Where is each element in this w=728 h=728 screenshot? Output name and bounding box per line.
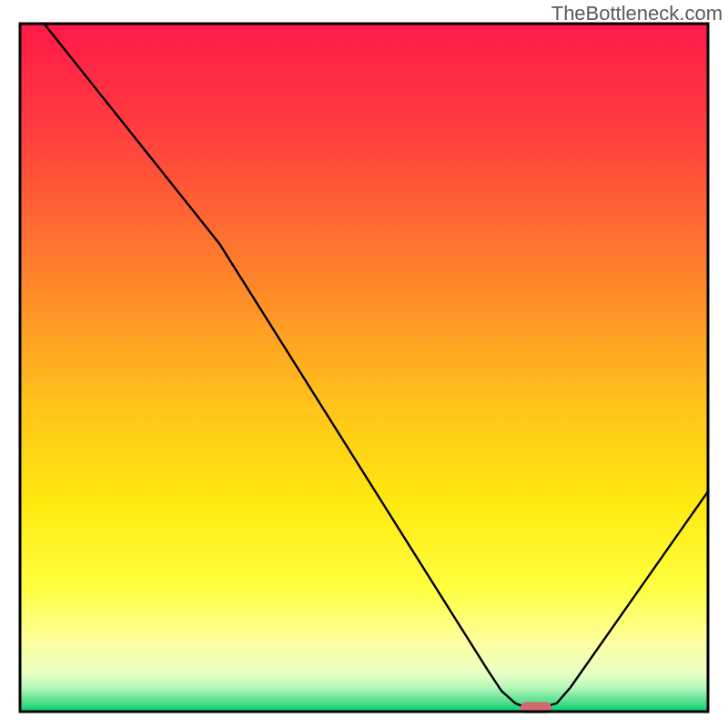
bottleneck-chart: TheBottleneck.com xyxy=(0,0,728,728)
svg-rect-0 xyxy=(20,24,708,712)
watermark-text: TheBottleneck.com xyxy=(551,2,723,25)
chart-svg xyxy=(0,0,728,728)
